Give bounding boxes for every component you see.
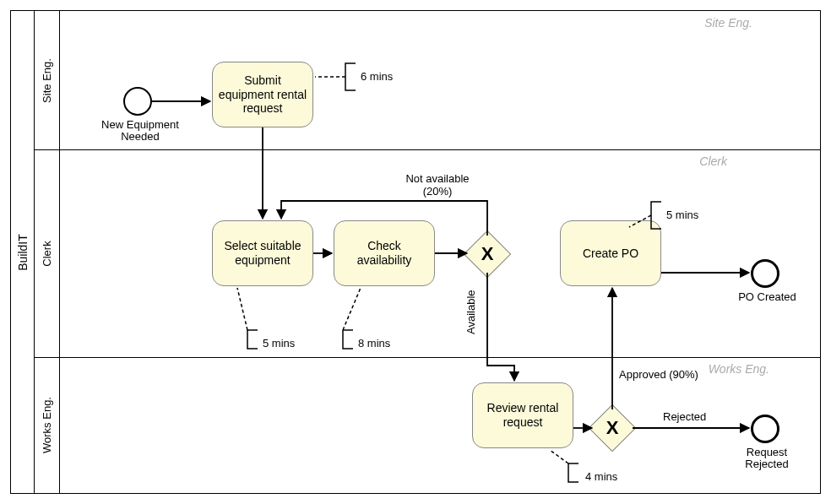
lane-divider — [35, 357, 820, 358]
end-event-po — [751, 259, 779, 288]
edge-label-not-available: Not available (20%) — [391, 173, 484, 198]
end-event-rejected — [751, 415, 779, 443]
annotation-check: 8 mins — [358, 337, 390, 350]
task-review: Review rental request — [472, 382, 573, 448]
gateway-decision-x: X — [595, 411, 629, 445]
lane-label-works: Works Eng. — [35, 357, 60, 493]
lane-label-site: Site Eng. — [35, 11, 60, 149]
edge-label-rejected: Rejected — [663, 411, 706, 424]
task-check: Check availability — [334, 220, 435, 286]
pool-name: BuildIT — [16, 234, 30, 271]
annotation-create-po: 5 mins — [666, 209, 698, 221]
watermark-site: Site Eng. — [704, 16, 752, 30]
watermark-clerk: Clerk — [699, 154, 727, 168]
annotation-submit: 6 mins — [361, 70, 393, 83]
end-event-rejected-label: Request Rejected — [733, 447, 801, 471]
lane-divider — [35, 149, 820, 150]
gateway-availability-x: X — [470, 237, 504, 271]
lane-name-works: Works Eng. — [41, 397, 53, 453]
pool-label: BuildIT — [11, 11, 35, 493]
lane-name-clerk: Clerk — [41, 241, 53, 266]
lane-label-clerk: Clerk — [35, 149, 60, 357]
annotation-review: 4 mins — [585, 470, 617, 483]
task-submit: Submit equipment rental request — [212, 62, 313, 127]
start-event-label: New Equipment Needed — [94, 119, 187, 144]
lane-name-site: Site Eng. — [41, 58, 53, 103]
edge-label-approved: Approved (90%) — [619, 369, 698, 382]
edge-label-available: Available — [465, 283, 478, 342]
task-select: Select suitable equipment — [212, 220, 313, 286]
end-event-po-label: PO Created — [736, 291, 799, 303]
annotation-select: 5 mins — [263, 337, 295, 350]
start-event — [123, 87, 152, 116]
watermark-works: Works Eng. — [709, 362, 769, 376]
task-create-po: Create PO — [560, 220, 661, 286]
bpmn-diagram: BuildIT Site Eng. Clerk Works Eng. Site … — [10, 10, 821, 494]
